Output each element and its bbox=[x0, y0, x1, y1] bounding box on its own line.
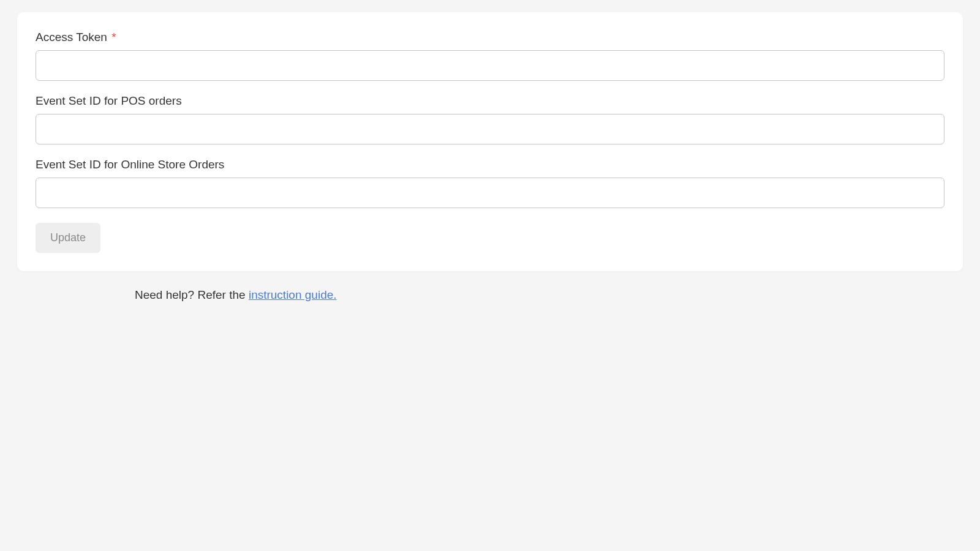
help-text: Need help? Refer the instruction guide. bbox=[135, 288, 980, 302]
access-token-group: Access Token * bbox=[36, 31, 944, 81]
event-set-online-group: Event Set ID for Online Store Orders bbox=[36, 158, 944, 208]
event-set-pos-group: Event Set ID for POS orders bbox=[36, 94, 944, 144]
event-set-online-input[interactable] bbox=[36, 178, 944, 208]
event-set-pos-input[interactable] bbox=[36, 114, 944, 144]
access-token-input[interactable] bbox=[36, 50, 944, 81]
event-set-pos-label: Event Set ID for POS orders bbox=[36, 94, 944, 108]
access-token-label: Access Token * bbox=[36, 31, 944, 44]
required-asterisk: * bbox=[111, 31, 116, 43]
update-button[interactable]: Update bbox=[36, 223, 100, 253]
instruction-guide-link[interactable]: instruction guide. bbox=[249, 288, 337, 301]
event-set-online-label: Event Set ID for Online Store Orders bbox=[36, 158, 944, 171]
access-token-label-text: Access Token bbox=[36, 31, 107, 43]
settings-card: Access Token * Event Set ID for POS orde… bbox=[17, 12, 963, 271]
help-prefix: Need help? Refer the bbox=[135, 288, 249, 301]
